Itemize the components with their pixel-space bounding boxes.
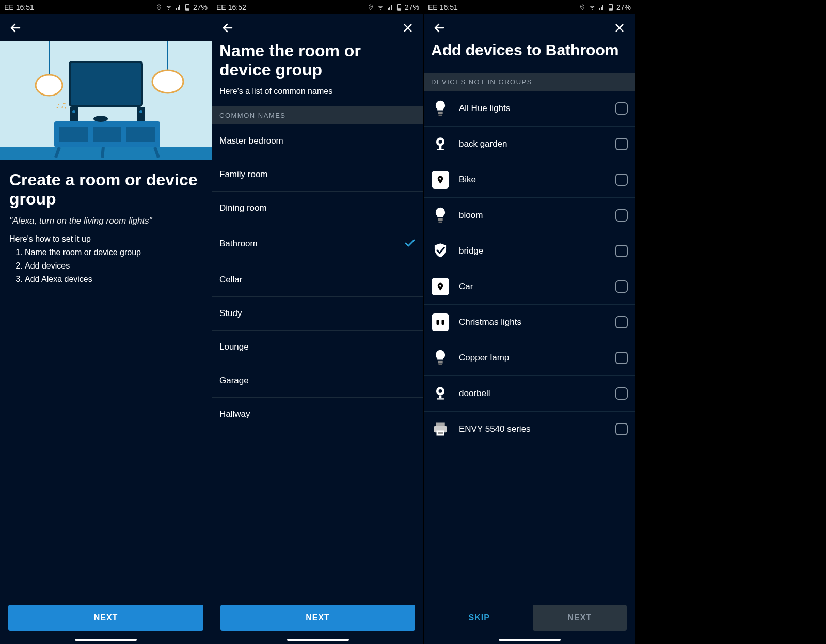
- svg-point-45: [439, 177, 441, 179]
- room-option[interactable]: Cellar: [212, 263, 423, 297]
- close-button[interactable]: [401, 21, 415, 35]
- section-header-common-names: COMMON NAMES: [212, 106, 423, 124]
- device-row[interactable]: bridge: [424, 233, 635, 269]
- svg-rect-3: [186, 9, 189, 10]
- step-item: Name the room or device group: [25, 248, 202, 257]
- room-option[interactable]: Master bedroom: [212, 124, 423, 158]
- svg-rect-52: [439, 364, 442, 365]
- next-button[interactable]: NEXT: [533, 605, 627, 631]
- room-option[interactable]: Dining room: [212, 192, 423, 225]
- device-checkbox[interactable]: [615, 245, 628, 257]
- top-bar: [424, 14, 635, 41]
- device-checkbox[interactable]: [615, 174, 628, 186]
- device-label: Car: [459, 281, 606, 292]
- screen-name-room: EE 16:52 27% Name the room or device gro…: [212, 0, 423, 644]
- svg-rect-34: [610, 4, 612, 4]
- tile-icon: [431, 170, 450, 189]
- device-row[interactable]: doorbell: [424, 376, 635, 412]
- battery-pct: 27%: [405, 3, 419, 11]
- svg-rect-20: [70, 107, 78, 121]
- next-button[interactable]: NEXT: [220, 605, 415, 631]
- device-label: All Hue lights: [459, 103, 606, 114]
- status-bar: EE 16:51 27%: [0, 0, 212, 14]
- room-option[interactable]: Bathroom: [212, 225, 423, 263]
- nav-handle[interactable]: [499, 639, 561, 641]
- device-label: ENVY 5540 series: [459, 424, 606, 434]
- device-label: bloom: [459, 210, 606, 221]
- svg-rect-22: [137, 107, 145, 121]
- svg-rect-14: [59, 127, 88, 142]
- room-option[interactable]: Study: [212, 297, 423, 331]
- back-button[interactable]: [8, 21, 23, 35]
- location-icon: [156, 4, 162, 10]
- bulb-icon: [431, 99, 450, 118]
- next-button[interactable]: NEXT: [8, 605, 203, 631]
- signal-icon: [387, 4, 393, 10]
- header-block: Add devices to Bathroom: [424, 41, 635, 73]
- device-checkbox[interactable]: [615, 352, 628, 364]
- svg-point-42: [439, 139, 442, 143]
- step-item: Add Alexa devices: [25, 275, 202, 284]
- subtitle: Here's how to set it up: [9, 234, 202, 244]
- device-label: doorbell: [459, 388, 606, 399]
- plug-icon: [431, 313, 450, 332]
- room-option[interactable]: Family room: [212, 158, 423, 192]
- footer: NEXT: [212, 596, 423, 639]
- room-label: Lounge: [219, 342, 416, 352]
- status-bar: EE 16:52 27%: [212, 0, 423, 14]
- room-label: Dining room: [219, 203, 416, 213]
- camera-icon: [431, 135, 450, 153]
- printer-icon: [431, 420, 450, 438]
- room-label: Study: [219, 308, 416, 319]
- device-label: bridge: [459, 246, 606, 256]
- room-option[interactable]: Lounge: [212, 331, 423, 364]
- device-row[interactable]: Christmas lights: [424, 305, 635, 340]
- setup-steps: Name the room or device group Add device…: [9, 248, 202, 284]
- device-checkbox[interactable]: [615, 138, 628, 150]
- nav-handle[interactable]: [75, 639, 137, 641]
- device-checkbox[interactable]: [615, 423, 628, 435]
- device-row[interactable]: Bike: [424, 162, 635, 198]
- battery-pct: 27%: [193, 3, 208, 11]
- device-label: back garden: [459, 139, 606, 149]
- signal-icon: [176, 4, 182, 10]
- back-button[interactable]: [220, 21, 235, 35]
- device-label: Copper lamp: [459, 353, 606, 363]
- svg-point-10: [152, 70, 183, 93]
- device-row[interactable]: bloom: [424, 198, 635, 233]
- device-list: All Hue lightsback gardenBikebloombridge…: [424, 91, 635, 597]
- example-quote: "Alexa, turn on the living room lights": [9, 216, 202, 226]
- close-button[interactable]: [612, 21, 627, 35]
- device-checkbox[interactable]: [615, 102, 628, 115]
- device-row[interactable]: ENVY 5540 series: [424, 412, 635, 447]
- device-checkbox[interactable]: [615, 209, 628, 222]
- device-row[interactable]: Copper lamp: [424, 340, 635, 376]
- device-row[interactable]: Car: [424, 269, 635, 305]
- svg-rect-49: [437, 320, 439, 325]
- room-label: Cellar: [219, 275, 416, 285]
- room-option[interactable]: Garage: [212, 364, 423, 398]
- device-checkbox[interactable]: [615, 387, 628, 400]
- svg-rect-16: [126, 127, 155, 142]
- header-block: Name the room or device group Here's a l…: [212, 41, 423, 106]
- room-label: Bathroom: [219, 239, 404, 249]
- svg-point-0: [158, 6, 160, 7]
- nav-handle[interactable]: [287, 639, 349, 641]
- wifi-icon: [377, 4, 384, 10]
- carrier-label: EE: [216, 3, 226, 11]
- room-label: Hallway: [219, 409, 416, 419]
- device-checkbox[interactable]: [615, 316, 628, 328]
- device-row[interactable]: All Hue lights: [424, 91, 635, 127]
- skip-button[interactable]: SKIP: [432, 605, 527, 631]
- svg-point-25: [370, 6, 372, 7]
- svg-rect-6: [0, 147, 212, 160]
- svg-point-32: [582, 6, 583, 7]
- back-button[interactable]: [432, 21, 447, 35]
- clock: 16:51: [440, 3, 458, 11]
- carrier-label: EE: [4, 3, 14, 11]
- room-option[interactable]: Hallway: [212, 398, 423, 431]
- camera-icon: [431, 384, 450, 403]
- device-checkbox[interactable]: [615, 280, 628, 293]
- battery-icon: [396, 4, 402, 11]
- device-row[interactable]: back garden: [424, 127, 635, 162]
